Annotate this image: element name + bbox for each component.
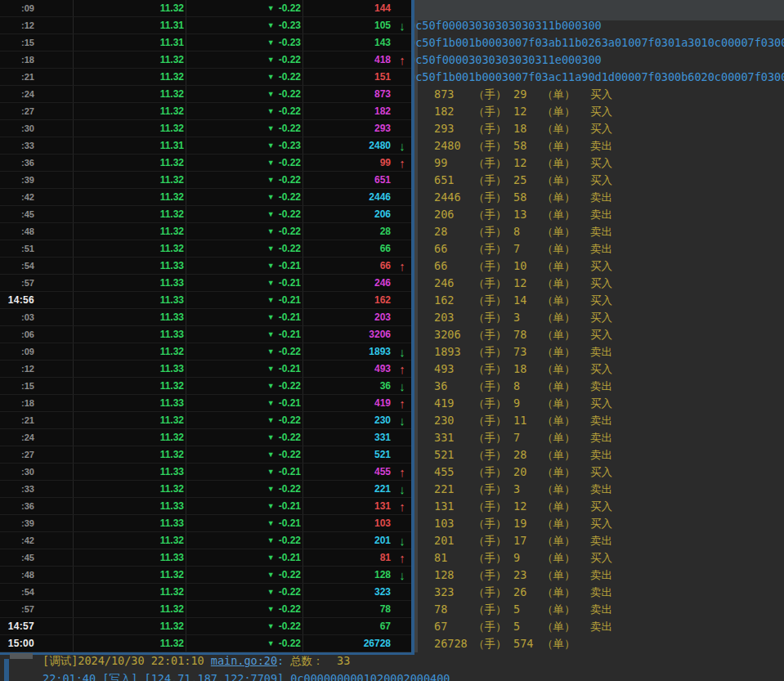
trade-direction: 卖出 — [590, 429, 612, 446]
tick-change-value: -0.23 — [279, 20, 301, 31]
table-row[interactable]: :51 11.32 ▼ -0.22 66 — [0, 240, 411, 258]
trade-log-line: 493 （手） 18 （单） 买入 — [434, 361, 612, 378]
table-row[interactable]: :24 11.32 ▼ -0.22 873 — [0, 86, 411, 103]
table-row[interactable]: :57 11.32 ▼ -0.22 78 — [0, 601, 411, 618]
table-row[interactable]: :45 11.32 ▼ -0.22 206 — [0, 206, 411, 223]
tick-change-value: -0.22 — [279, 380, 301, 392]
tick-price: 11.31 — [74, 17, 186, 34]
unit-order: （单） — [542, 635, 590, 652]
unit-hand: （手） — [473, 498, 513, 515]
tick-change: ▼ -0.21 — [186, 464, 303, 480]
table-row[interactable]: :15 11.31 ▼ -0.23 143 — [0, 34, 411, 52]
table-row[interactable]: :27 11.32 ▼ -0.22 182 — [0, 103, 411, 120]
table-row[interactable]: :09 11.32 ▼ -0.22 1893 ↓ — [0, 343, 411, 361]
tick-change-value: -0.22 — [279, 346, 301, 357]
tick-time: :09 — [0, 0, 74, 16]
tick-time: :30 — [0, 464, 74, 480]
tick-change-value: -0.22 — [279, 71, 301, 83]
table-row[interactable]: :30 11.32 ▼ -0.22 293 — [0, 120, 411, 137]
tick-time: :45 — [0, 549, 74, 566]
trade-count: 18 — [513, 120, 542, 137]
price-up-icon: ↑ — [396, 362, 409, 376]
trade-direction: 卖出 — [590, 240, 612, 258]
source-link[interactable]: main.go:20 — [211, 654, 277, 667]
down-triangle-icon: ▼ — [267, 571, 275, 579]
tick-time: :15 — [0, 34, 74, 51]
price-down-icon: ↓ — [396, 139, 409, 153]
tick-volume-value: 151 — [374, 71, 391, 83]
unit-order: （单） — [542, 618, 590, 635]
tick-time: :03 — [0, 309, 74, 325]
trade-count: 574 — [513, 635, 542, 652]
table-row[interactable]: :21 11.32 ▼ -0.22 230 ↓ — [0, 412, 411, 429]
table-row[interactable]: :36 11.32 ▼ -0.22 99 ↑ — [0, 155, 411, 172]
tick-time: :33 — [0, 481, 74, 497]
unit-order: （单） — [542, 86, 590, 103]
table-row[interactable]: :48 11.32 ▼ -0.22 28 — [0, 223, 411, 240]
trade-count: 12 — [513, 155, 542, 172]
down-triangle-icon: ▼ — [267, 227, 275, 235]
tick-volume-value: 36 — [380, 380, 391, 392]
table-row[interactable]: :36 11.33 ▼ -0.21 131 ↑ — [0, 498, 411, 515]
table-row[interactable]: :15 11.32 ▼ -0.22 36 ↓ — [0, 378, 411, 395]
unit-hand: （手） — [473, 429, 513, 446]
table-row[interactable]: :09 11.32 ▼ -0.22 144 — [0, 0, 411, 17]
table-row[interactable]: :33 11.31 ▼ -0.23 2480 ↓ — [0, 137, 411, 155]
trade-volume: 419 — [434, 395, 473, 412]
table-row[interactable]: 15:00 11.32 ▼ -0.22 26728 — [0, 635, 411, 652]
table-row[interactable]: :54 11.33 ▼ -0.21 66 ↑ — [0, 258, 411, 275]
tick-change-value: -0.22 — [279, 603, 301, 615]
table-row[interactable]: :24 11.32 ▼ -0.22 331 — [0, 429, 411, 446]
tick-price: 11.32 — [74, 155, 186, 171]
trade-count: 9 — [513, 395, 542, 412]
table-row[interactable]: :18 11.33 ▼ -0.21 419 ↑ — [0, 395, 411, 412]
table-row[interactable]: :12 11.33 ▼ -0.21 493 ↑ — [0, 361, 411, 378]
hex-line: 0c50f1b001b0003007f03ac11a90d1d00007f030… — [409, 69, 784, 86]
table-row[interactable]: 14:56 11.33 ▼ -0.21 162 — [0, 292, 411, 309]
trade-direction: 卖出 — [590, 446, 612, 464]
table-row[interactable]: :06 11.33 ▼ -0.21 3206 — [0, 326, 411, 343]
tick-volume: 1893 ↓ — [303, 343, 411, 360]
table-row[interactable]: :18 11.32 ▼ -0.22 418 ↑ — [0, 52, 411, 69]
table-row[interactable]: 14:57 11.32 ▼ -0.22 67 — [0, 618, 411, 635]
table-row[interactable]: :12 11.31 ▼ -0.23 105 ↓ — [0, 17, 411, 34]
unit-hand: （手） — [473, 395, 513, 412]
trade-direction: 买入 — [590, 549, 612, 567]
tick-time: :36 — [0, 498, 74, 514]
unit-hand: （手） — [473, 361, 513, 378]
unit-hand: （手） — [473, 532, 513, 549]
table-row[interactable]: :39 11.32 ▼ -0.22 651 — [0, 172, 411, 189]
console-scrollbar-strip[interactable] — [414, 20, 418, 652]
trade-count: 12 — [513, 498, 542, 515]
table-row[interactable]: :27 11.32 ▼ -0.22 521 — [0, 446, 411, 464]
trade-count: 58 — [513, 137, 542, 155]
table-row[interactable]: :57 11.33 ▼ -0.21 246 — [0, 275, 411, 292]
tick-change: ▼ -0.22 — [186, 584, 303, 600]
tick-time: :48 — [0, 567, 74, 583]
table-row[interactable]: :30 11.33 ▼ -0.21 455 ↑ — [0, 464, 411, 481]
tick-volume-value: 67 — [380, 621, 391, 632]
tick-price: 11.32 — [74, 378, 186, 394]
tick-volume-value: 103 — [374, 517, 391, 529]
unit-hand: （手） — [473, 515, 513, 532]
down-triangle-icon: ▼ — [267, 553, 275, 562]
table-row[interactable]: :54 11.32 ▼ -0.22 323 — [0, 584, 411, 601]
tick-time: :18 — [0, 52, 74, 68]
table-row[interactable]: :42 11.32 ▼ -0.22 201 ↓ — [0, 532, 411, 549]
trade-log-line: 128 （手） 23 （单） 卖出 — [434, 567, 612, 584]
tick-change-value: -0.22 — [279, 621, 301, 632]
table-row[interactable]: :33 11.32 ▼ -0.22 221 ↓ — [0, 481, 411, 498]
table-row[interactable]: :03 11.33 ▼ -0.21 203 — [0, 309, 411, 326]
trade-count: 3 — [513, 309, 542, 326]
tick-price: 11.33 — [74, 309, 186, 325]
table-row[interactable]: :42 11.32 ▼ -0.22 2446 — [0, 189, 411, 206]
tick-change: ▼ -0.21 — [186, 515, 303, 531]
tick-table-window[interactable]: :09 11.32 ▼ -0.22 144 :12 11.31 ▼ -0.23 … — [0, 0, 414, 655]
tick-volume: 143 — [303, 34, 411, 51]
trade-volume: 162 — [434, 292, 473, 309]
down-triangle-icon: ▼ — [267, 244, 275, 253]
table-row[interactable]: :45 11.33 ▼ -0.21 81 ↑ — [0, 549, 411, 567]
table-row[interactable]: :39 11.33 ▼ -0.21 103 — [0, 515, 411, 532]
table-row[interactable]: :48 11.32 ▼ -0.22 128 ↓ — [0, 567, 411, 584]
table-row[interactable]: :21 11.32 ▼ -0.22 151 — [0, 69, 411, 86]
